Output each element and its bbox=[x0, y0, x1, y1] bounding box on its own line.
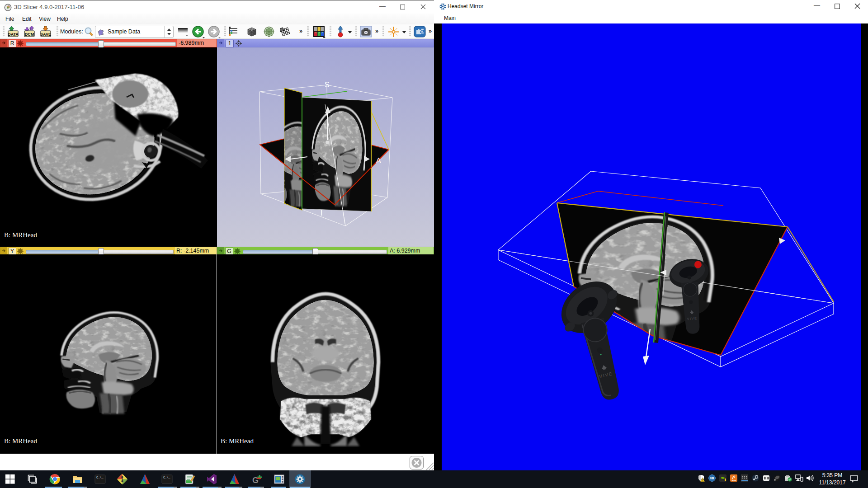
svg-text:DATA: DATA bbox=[8, 32, 19, 37]
svg-text:C:\_: C:\_ bbox=[163, 476, 170, 479]
svg-text:A: A bbox=[376, 157, 381, 164]
svg-text:VR: VR bbox=[710, 477, 714, 480]
svg-text:SAVE: SAVE bbox=[40, 32, 51, 37]
svg-text:I: I bbox=[321, 209, 322, 217]
svg-text:S: S bbox=[325, 81, 330, 89]
svg-text:DCM: DCM bbox=[25, 32, 34, 37]
svg-text:!: ! bbox=[702, 479, 703, 482]
svg-text:VIVE: VIVE bbox=[687, 316, 698, 321]
svg-text:C:\_: C:\_ bbox=[96, 476, 104, 479]
